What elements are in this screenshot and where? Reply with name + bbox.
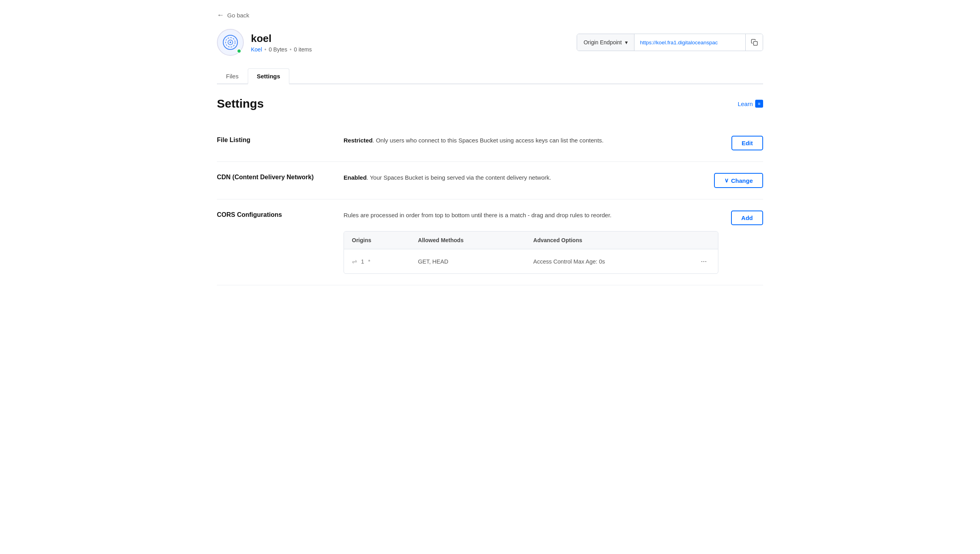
cdn-change-label: Change (731, 177, 753, 184)
file-listing-rest: . Only users who connect to this Spaces … (372, 137, 604, 144)
cdn-change-button[interactable]: ∨ Change (714, 173, 763, 188)
cors-more-cell: ··· (690, 249, 718, 274)
cdn-description: Enabled. Your Spaces Bucket is being ser… (344, 173, 701, 182)
cors-add-button[interactable]: Add (731, 211, 763, 225)
bucket-name: koel (251, 32, 312, 45)
cors-origin-cell: ⇌ 1 * (344, 249, 410, 274)
tab-files[interactable]: Files (217, 68, 248, 84)
copy-endpoint-button[interactable] (745, 34, 763, 51)
file-listing-label: File Listing (217, 136, 344, 144)
cors-action: Add (731, 211, 763, 225)
learn-link[interactable]: Learn ≡ (738, 100, 763, 108)
tab-settings[interactable]: Settings (248, 68, 289, 84)
cors-content: Rules are processed in order from top to… (344, 211, 718, 274)
endpoint-row: Origin Endpoint ▾ https://koel.fra1.digi… (577, 34, 763, 51)
endpoint-dropdown-label: Origin Endpoint (583, 39, 622, 46)
col-origins: Origins (344, 231, 410, 249)
cors-table: Origins Allowed Methods Advanced Options… (344, 231, 718, 273)
chevron-down-icon: ▾ (625, 39, 628, 46)
origin-value: * (368, 258, 370, 265)
cors-methods-cell: GET, HEAD (410, 249, 525, 274)
endpoint-dropdown[interactable]: Origin Endpoint ▾ (577, 34, 634, 51)
cors-header-row: Origins Allowed Methods Advanced Options (344, 231, 718, 249)
endpoint-url: https://koel.fra1.digitaloceanspac (634, 34, 745, 51)
learn-icon: ≡ (755, 100, 763, 108)
cors-advanced-cell: Access Control Max Age: 0s (525, 249, 690, 274)
copy-icon (751, 39, 758, 46)
row-handle: ⇌ 1 * (352, 258, 402, 265)
separator-2: • (290, 46, 292, 53)
cors-row-more-button[interactable]: ··· (698, 256, 710, 267)
bucket-details: koel Koel • 0 Bytes • 0 items (251, 32, 312, 53)
go-back-label: Go back (227, 12, 249, 19)
bucket-avatar (217, 29, 244, 56)
cdn-rest: . Your Spaces Bucket is being served via… (367, 174, 551, 181)
file-listing-description: Restricted. Only users who connect to th… (344, 136, 719, 145)
chevron-down-icon-cdn: ∨ (724, 177, 729, 184)
bucket-avatar-icon (222, 34, 239, 51)
col-actions (690, 231, 718, 249)
file-listing-strong: Restricted (344, 137, 372, 144)
col-advanced-options: Advanced Options (525, 231, 690, 249)
cors-table-head: Origins Allowed Methods Advanced Options (344, 231, 718, 249)
status-dot (237, 49, 241, 53)
bucket-link[interactable]: Koel (251, 46, 262, 53)
settings-header: Settings Learn ≡ (217, 97, 763, 110)
table-row: ⇌ 1 * GET, HEAD Access Control Max Age: … (344, 249, 718, 274)
svg-point-3 (230, 42, 231, 43)
cors-description: Rules are processed in order from top to… (344, 211, 718, 220)
file-listing-row: File Listing Restricted. Only users who … (217, 125, 763, 162)
file-listing-action: Edit (731, 136, 763, 150)
cors-row: CORS Configurations Rules are processed … (217, 199, 763, 285)
separator-1: • (264, 46, 266, 53)
settings-title: Settings (217, 97, 264, 110)
file-listing-edit-button[interactable]: Edit (731, 136, 763, 150)
cdn-strong: Enabled (344, 174, 367, 181)
cors-table-wrapper: Origins Allowed Methods Advanced Options… (344, 231, 718, 274)
bucket-info-section: koel Koel • 0 Bytes • 0 items (217, 29, 312, 56)
drag-handle-icon[interactable]: ⇌ (352, 258, 357, 265)
learn-label: Learn (738, 101, 753, 107)
cdn-action: ∨ Change (714, 173, 763, 188)
tabs-bar: Files Settings (217, 68, 763, 84)
bucket-bytes: 0 Bytes (269, 46, 287, 53)
cors-table-body: ⇌ 1 * GET, HEAD Access Control Max Age: … (344, 249, 718, 274)
bucket-meta: Koel • 0 Bytes • 0 items (251, 46, 312, 53)
back-arrow-icon: ← (217, 11, 224, 19)
cdn-label: CDN (Content Delivery Network) (217, 173, 344, 181)
cors-label: CORS Configurations (217, 211, 344, 218)
svg-rect-4 (753, 42, 757, 46)
col-allowed-methods: Allowed Methods (410, 231, 525, 249)
go-back-link[interactable]: ← Go back (217, 11, 763, 19)
header-row: koel Koel • 0 Bytes • 0 items Origin End… (217, 29, 763, 56)
bucket-items: 0 items (294, 46, 312, 53)
cdn-row: CDN (Content Delivery Network) Enabled. … (217, 162, 763, 199)
